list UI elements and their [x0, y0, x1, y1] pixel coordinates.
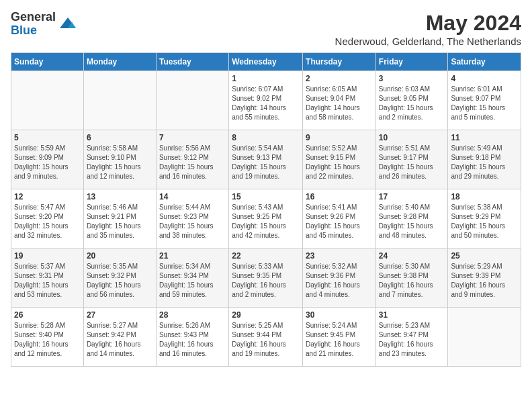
week-row-5: 26Sunrise: 5:28 AM Sunset: 9:40 PM Dayli… [11, 308, 521, 367]
day-info: Sunrise: 5:33 AM Sunset: 9:35 PM Dayligh… [232, 262, 300, 300]
day-number: 19 [14, 251, 81, 261]
day-info: Sunrise: 5:51 AM Sunset: 9:17 PM Dayligh… [379, 144, 445, 181]
calendar-cell: 14Sunrise: 5:44 AM Sunset: 9:23 PM Dayli… [156, 189, 228, 248]
calendar-cell: 25Sunrise: 5:29 AM Sunset: 9:39 PM Dayli… [448, 248, 521, 308]
day-info: Sunrise: 5:30 AM Sunset: 9:38 PM Dayligh… [379, 262, 445, 300]
logo: General Blue [11, 11, 77, 38]
day-number: 12 [14, 192, 81, 201]
calendar-cell: 21Sunrise: 5:34 AM Sunset: 9:34 PM Dayli… [156, 248, 228, 308]
day-number: 11 [451, 133, 518, 142]
day-info: Sunrise: 5:52 AM Sunset: 9:15 PM Dayligh… [306, 144, 373, 181]
day-number: 4 [451, 74, 518, 83]
weekday-header-friday: Friday [375, 53, 448, 71]
calendar-cell: 11Sunrise: 5:49 AM Sunset: 9:18 PM Dayli… [448, 130, 521, 189]
week-row-3: 12Sunrise: 5:47 AM Sunset: 9:20 PM Dayli… [11, 189, 521, 248]
day-number: 22 [232, 251, 300, 261]
calendar-cell: 26Sunrise: 5:28 AM Sunset: 9:40 PM Dayli… [11, 308, 84, 367]
day-info: Sunrise: 5:47 AM Sunset: 9:20 PM Dayligh… [14, 203, 81, 240]
weekday-header-saturday: Saturday [448, 53, 521, 71]
weekday-header-row: SundayMondayTuesdayWednesdayThursdayFrid… [11, 53, 521, 71]
day-number: 6 [87, 133, 153, 142]
calendar-cell: 13Sunrise: 5:46 AM Sunset: 9:21 PM Dayli… [83, 189, 156, 248]
day-number: 23 [306, 251, 373, 261]
day-number: 16 [306, 192, 373, 201]
calendar-cell: 6Sunrise: 5:58 AM Sunset: 9:10 PM Daylig… [83, 130, 156, 189]
day-info: Sunrise: 6:01 AM Sunset: 9:07 PM Dayligh… [451, 85, 518, 122]
day-info: Sunrise: 5:43 AM Sunset: 9:25 PM Dayligh… [232, 203, 300, 240]
day-info: Sunrise: 5:56 AM Sunset: 9:12 PM Dayligh… [159, 144, 226, 181]
day-info: Sunrise: 5:46 AM Sunset: 9:21 PM Dayligh… [87, 203, 153, 240]
calendar-cell: 19Sunrise: 5:37 AM Sunset: 9:31 PM Dayli… [11, 248, 84, 308]
calendar-cell: 22Sunrise: 5:33 AM Sunset: 9:35 PM Dayli… [229, 248, 303, 308]
day-number: 14 [159, 192, 226, 201]
logo-general: General [11, 11, 56, 24]
calendar-cell [83, 71, 156, 130]
day-number: 26 [14, 310, 81, 320]
day-info: Sunrise: 5:59 AM Sunset: 9:09 PM Dayligh… [14, 144, 81, 181]
day-info: Sunrise: 5:58 AM Sunset: 9:10 PM Dayligh… [87, 144, 153, 181]
day-number: 2 [306, 74, 373, 83]
day-number: 7 [159, 133, 226, 142]
day-info: Sunrise: 5:28 AM Sunset: 9:40 PM Dayligh… [14, 321, 81, 359]
calendar-cell: 20Sunrise: 5:35 AM Sunset: 9:32 PM Dayli… [83, 248, 156, 308]
calendar-cell: 28Sunrise: 5:26 AM Sunset: 9:43 PM Dayli… [156, 308, 228, 367]
day-info: Sunrise: 5:37 AM Sunset: 9:31 PM Dayligh… [14, 262, 81, 300]
day-number: 28 [159, 310, 226, 320]
day-number: 13 [87, 192, 153, 201]
day-info: Sunrise: 5:54 AM Sunset: 9:13 PM Dayligh… [232, 144, 300, 181]
calendar-cell: 2Sunrise: 6:05 AM Sunset: 9:04 PM Daylig… [303, 71, 376, 130]
logo-blue: Blue [11, 24, 56, 38]
calendar-cell: 4Sunrise: 6:01 AM Sunset: 9:07 PM Daylig… [448, 71, 521, 130]
day-info: Sunrise: 5:40 AM Sunset: 9:28 PM Dayligh… [379, 203, 445, 240]
calendar-cell: 3Sunrise: 6:03 AM Sunset: 9:05 PM Daylig… [375, 71, 448, 130]
calendar-cell: 24Sunrise: 5:30 AM Sunset: 9:38 PM Dayli… [375, 248, 448, 308]
day-info: Sunrise: 5:24 AM Sunset: 9:45 PM Dayligh… [306, 321, 373, 359]
day-info: Sunrise: 6:03 AM Sunset: 9:05 PM Dayligh… [379, 85, 445, 122]
calendar-cell: 15Sunrise: 5:43 AM Sunset: 9:25 PM Dayli… [229, 189, 303, 248]
day-number: 3 [379, 74, 445, 83]
day-info: Sunrise: 5:41 AM Sunset: 9:26 PM Dayligh… [306, 203, 373, 240]
location-subtitle: Nederwoud, Gelderland, The Netherlands [335, 36, 521, 47]
weekday-header-tuesday: Tuesday [156, 53, 228, 71]
calendar-cell: 9Sunrise: 5:52 AM Sunset: 9:15 PM Daylig… [303, 130, 376, 189]
calendar-cell: 27Sunrise: 5:27 AM Sunset: 9:42 PM Dayli… [83, 308, 156, 367]
day-info: Sunrise: 5:27 AM Sunset: 9:42 PM Dayligh… [87, 321, 153, 359]
week-row-2: 5Sunrise: 5:59 AM Sunset: 9:09 PM Daylig… [11, 130, 521, 189]
calendar-cell: 17Sunrise: 5:40 AM Sunset: 9:28 PM Dayli… [375, 189, 448, 248]
calendar-cell [156, 71, 228, 130]
weekday-header-wednesday: Wednesday [229, 53, 303, 71]
calendar-cell: 30Sunrise: 5:24 AM Sunset: 9:45 PM Dayli… [303, 308, 376, 367]
calendar-cell: 16Sunrise: 5:41 AM Sunset: 9:26 PM Dayli… [303, 189, 376, 248]
day-number: 18 [451, 192, 518, 201]
month-year-title: May 2024 [335, 11, 521, 36]
day-info: Sunrise: 5:26 AM Sunset: 9:43 PM Dayligh… [159, 321, 226, 359]
calendar-cell: 23Sunrise: 5:32 AM Sunset: 9:36 PM Dayli… [303, 248, 376, 308]
calendar-cell: 8Sunrise: 5:54 AM Sunset: 9:13 PM Daylig… [229, 130, 303, 189]
day-number: 31 [379, 310, 445, 320]
calendar-table: SundayMondayTuesdayWednesdayThursdayFrid… [11, 52, 521, 367]
week-row-4: 19Sunrise: 5:37 AM Sunset: 9:31 PM Dayli… [11, 248, 521, 308]
page-header: General Blue May 2024 Nederwoud, Gelderl… [11, 11, 521, 47]
calendar-cell: 29Sunrise: 5:25 AM Sunset: 9:44 PM Dayli… [229, 308, 303, 367]
day-info: Sunrise: 5:38 AM Sunset: 9:29 PM Dayligh… [451, 203, 518, 240]
day-number: 30 [306, 310, 373, 320]
day-info: Sunrise: 6:07 AM Sunset: 9:02 PM Dayligh… [232, 85, 300, 122]
day-info: Sunrise: 5:44 AM Sunset: 9:23 PM Dayligh… [159, 203, 226, 240]
day-number: 15 [232, 192, 300, 201]
calendar-cell: 31Sunrise: 5:23 AM Sunset: 9:47 PM Dayli… [375, 308, 448, 367]
day-number: 9 [306, 133, 373, 142]
day-info: Sunrise: 5:29 AM Sunset: 9:39 PM Dayligh… [451, 262, 518, 300]
weekday-header-thursday: Thursday [303, 53, 376, 71]
day-number: 10 [379, 133, 445, 142]
day-number: 21 [159, 251, 226, 261]
calendar-cell: 5Sunrise: 5:59 AM Sunset: 9:09 PM Daylig… [11, 130, 84, 189]
day-number: 8 [232, 133, 300, 142]
day-info: Sunrise: 5:32 AM Sunset: 9:36 PM Dayligh… [306, 262, 373, 300]
day-info: Sunrise: 5:23 AM Sunset: 9:47 PM Dayligh… [379, 321, 445, 359]
week-row-1: 1Sunrise: 6:07 AM Sunset: 9:02 PM Daylig… [11, 71, 521, 130]
calendar-cell [11, 71, 84, 130]
day-info: Sunrise: 5:25 AM Sunset: 9:44 PM Dayligh… [232, 321, 300, 359]
day-number: 5 [14, 133, 81, 142]
day-number: 17 [379, 192, 445, 201]
logo-icon [58, 15, 77, 34]
